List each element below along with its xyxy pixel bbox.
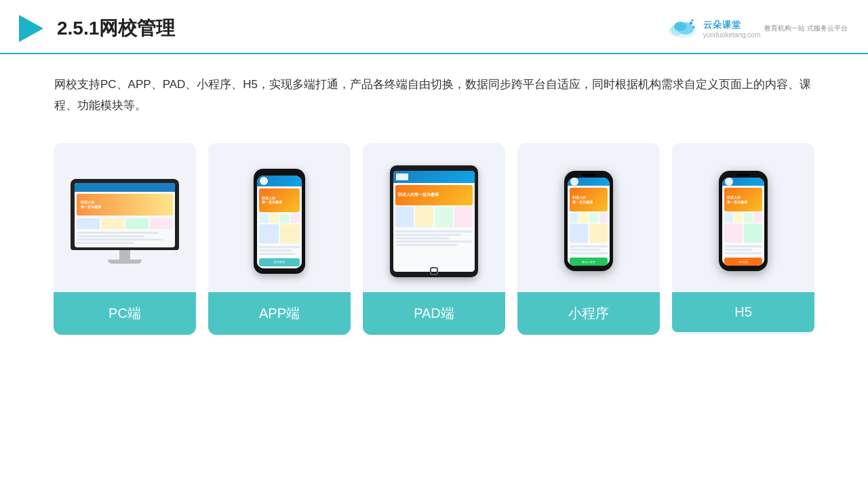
- cards-container: 职进人的第一堂兴趣课: [0, 123, 868, 348]
- card-app: 职进人的第一堂兴趣课: [208, 143, 351, 335]
- phone-app-mockup: 职进人的第一堂兴趣课: [254, 169, 305, 274]
- phone-miniapp-mockup: 职进人的第一堂兴趣课: [564, 171, 613, 271]
- svg-point-6: [692, 26, 694, 28]
- description-text: 网校支持PC、APP、PAD、小程序、H5，实现多端打通，产品各终端自由切换，数…: [54, 75, 814, 116]
- card-pad-image: 职进人的第一堂兴趣课: [363, 143, 505, 292]
- monitor-screen: 职进人的第一堂兴趣课: [75, 183, 175, 247]
- logo-url: yunduoketang.com: [703, 31, 761, 39]
- logo-cloud: 云朵课堂 yunduoketang.com 教育机构一站 式服务云平台: [665, 16, 848, 41]
- header-left: 2.5.1网校管理: [14, 12, 175, 45]
- card-app-image: 职进人的第一堂兴趣课: [208, 143, 351, 292]
- page-title: 2.5.1网校管理: [57, 16, 175, 41]
- play-icon: [14, 12, 46, 45]
- card-pad-label: PAD端: [363, 292, 505, 335]
- card-pc: 职进人的第一堂兴趣课: [54, 143, 196, 335]
- description: 网校支持PC、APP、PAD、小程序、H5，实现多端打通，产品各终端自由切换，数…: [0, 54, 868, 123]
- phone-h5-mockup: 职进人的第一堂兴趣课: [719, 171, 768, 271]
- svg-point-5: [690, 22, 692, 24]
- card-app-label: APP端: [208, 292, 351, 335]
- card-h5-label: H5: [672, 292, 814, 332]
- header: 2.5.1网校管理 云朵课堂 yunduoketang.com 教育机构一站 式…: [0, 0, 868, 54]
- card-miniapp: 职进人的第一堂兴趣课: [517, 143, 660, 335]
- card-pad: 职进人的第一堂兴趣课: [363, 143, 505, 335]
- tablet-mockup: 职进人的第一堂兴趣课: [390, 165, 478, 277]
- card-miniapp-image: 职进人的第一堂兴趣课: [517, 143, 660, 292]
- logo-text: 云朵课堂: [703, 19, 761, 31]
- card-miniapp-label: 小程序: [517, 292, 660, 335]
- cloud-logo-icon: [665, 16, 699, 41]
- svg-point-7: [691, 20, 693, 22]
- card-h5: 职进人的第一堂兴趣课: [672, 143, 814, 335]
- card-h5-image: 职进人的第一堂兴趣课: [672, 143, 814, 292]
- logo-sub: 教育机构一站 式服务云平台: [764, 24, 848, 33]
- logo-area: 云朵课堂 yunduoketang.com 教育机构一站 式服务云平台: [665, 16, 848, 41]
- card-pc-label: PC端: [54, 292, 196, 335]
- monitor-mockup: 职进人的第一堂兴趣课: [71, 179, 179, 264]
- svg-point-4: [674, 22, 686, 31]
- card-pc-image: 职进人的第一堂兴趣课: [54, 143, 196, 292]
- monitor-border: 职进人的第一堂兴趣课: [71, 179, 179, 250]
- svg-marker-0: [19, 15, 43, 42]
